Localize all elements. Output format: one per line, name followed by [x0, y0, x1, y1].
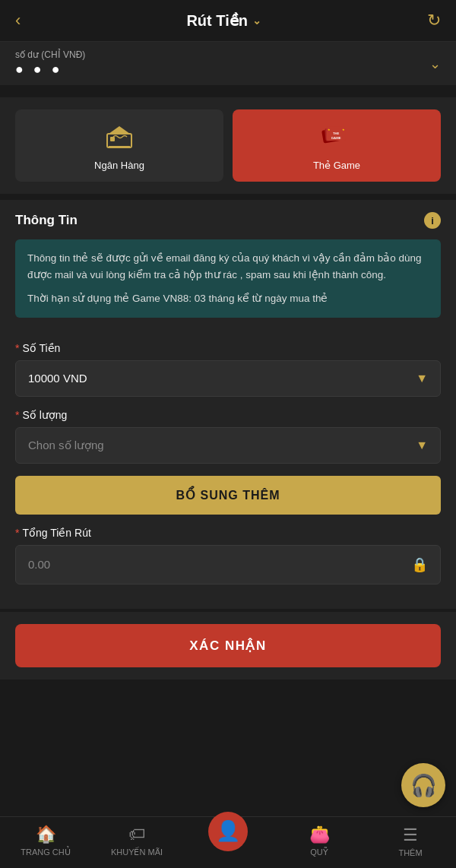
tab-bank-label: Ngân Hàng	[94, 160, 144, 171]
so-luong-select[interactable]: Chon số lượng ▼	[15, 427, 441, 464]
confirm-section: XÁC NHẬN	[0, 612, 456, 680]
thong-tin-section: Thông Tin i Thông tin thẻ sẽ được gửi về…	[0, 200, 456, 330]
so-luong-required: *	[15, 409, 19, 421]
svg-text:★: ★	[342, 128, 345, 131]
tong-tien-field: 0.00 🔒	[15, 545, 441, 584]
account-bar: số dư (CHỈ VNĐ) ● ● ● ⌄	[0, 42, 456, 85]
nav-profile[interactable]: 👤	[182, 827, 274, 856]
so-tien-chevron-icon: ▼	[416, 372, 428, 385]
tab-the-game-label: Thẻ Game	[313, 160, 360, 171]
nav-more[interactable]: ☰ THÊM	[365, 825, 456, 857]
info-icon[interactable]: i	[424, 212, 441, 229]
promo-icon: 🏷	[128, 825, 145, 844]
balance-dots: ● ● ●	[15, 62, 85, 78]
so-luong-placeholder: Chon số lượng	[28, 439, 104, 452]
so-luong-chevron-icon: ▼	[416, 439, 428, 452]
section-header: Thông Tin i	[15, 212, 441, 229]
svg-text:GAME: GAME	[331, 136, 341, 140]
so-luong-label: *Số lượng	[15, 409, 441, 421]
tong-tien-value: 0.00	[28, 558, 50, 571]
wallet-icon: 👛	[309, 825, 330, 844]
info-text-2: Thời hạn sử dụng thẻ Game VN88: 03 tháng…	[27, 290, 429, 307]
info-text-1: Thông tin thẻ sẽ được gửi về email đăng …	[27, 250, 429, 283]
back-button[interactable]: ‹	[15, 11, 21, 30]
svg-rect-2	[109, 146, 130, 147]
home-icon: 🏠	[36, 825, 56, 844]
payment-tabs: Ngân Hàng THE GAME ★ ★ Thẻ Game	[0, 97, 456, 194]
tab-bank[interactable]: Ngân Hàng	[15, 109, 223, 182]
page-title: Rút Tiền	[186, 11, 248, 30]
so-tien-required: *	[15, 342, 19, 354]
info-box: Thông tin thẻ sẽ được gửi về email đăng …	[15, 239, 441, 318]
tong-tien-group: *Tổng Tiền Rút 0.00 🔒	[15, 527, 441, 584]
nav-promo[interactable]: 🏷 KHUYẾN MÃI	[91, 825, 182, 857]
balance-label: số dư (CHỈ VNĐ)	[15, 49, 85, 60]
bank-icon	[103, 120, 136, 154]
nav-home-label: TRANG CHỦ	[21, 847, 70, 857]
svg-text:★: ★	[328, 128, 331, 131]
title-chevron-icon[interactable]: ⌄	[252, 14, 261, 27]
tong-tien-label: *Tổng Tiền Rút	[15, 527, 441, 539]
nav-wallet-label: QUỸ	[310, 847, 328, 857]
add-more-button[interactable]: BỔ SUNG THÊM	[15, 476, 441, 515]
nav-home[interactable]: 🏠 TRANG CHỦ	[0, 825, 91, 857]
so-tien-label: *Số Tiền	[15, 342, 441, 354]
so-tien-value: 10000 VND	[28, 372, 87, 385]
confirm-button[interactable]: XÁC NHẬN	[15, 624, 441, 667]
profile-icon: 👤	[216, 819, 240, 843]
support-button[interactable]: 🎧	[401, 763, 445, 807]
section-title: Thông Tin	[15, 213, 78, 228]
nav-promo-label: KHUYẾN MÃI	[111, 847, 163, 857]
so-tien-group: *Số Tiền 10000 VND ▼	[15, 342, 441, 397]
nav-wallet[interactable]: 👛 QUỸ	[274, 825, 365, 857]
lock-icon: 🔒	[411, 556, 428, 573]
the-game-icon: THE GAME ★ ★	[320, 120, 353, 154]
so-tien-select[interactable]: 10000 VND ▼	[15, 360, 441, 397]
profile-circle: 👤	[208, 812, 248, 851]
support-icon: 🎧	[410, 773, 437, 798]
form-section: *Số Tiền 10000 VND ▼ *Số lượng Chon số l…	[0, 330, 456, 609]
tong-tien-required: *	[15, 527, 19, 539]
svg-rect-1	[110, 137, 115, 141]
refresh-icon[interactable]: ↻	[427, 11, 441, 30]
nav-more-label: THÊM	[398, 848, 422, 857]
header-title: Rút Tiền ⌄	[186, 11, 261, 30]
tab-the-game[interactable]: THE GAME ★ ★ Thẻ Game	[233, 109, 441, 182]
more-icon: ☰	[403, 825, 418, 845]
so-luong-group: *Số lượng Chon số lượng ▼	[15, 409, 441, 464]
bottom-nav: 🏠 TRANG CHỦ 🏷 KHUYẾN MÃI 👤 👛 QUỸ ☰ THÊM	[0, 816, 456, 868]
header: ‹ Rút Tiền ⌄ ↻	[0, 0, 456, 42]
account-expand-icon[interactable]: ⌄	[429, 55, 441, 72]
account-info: số dư (CHỈ VNĐ) ● ● ●	[15, 49, 85, 78]
